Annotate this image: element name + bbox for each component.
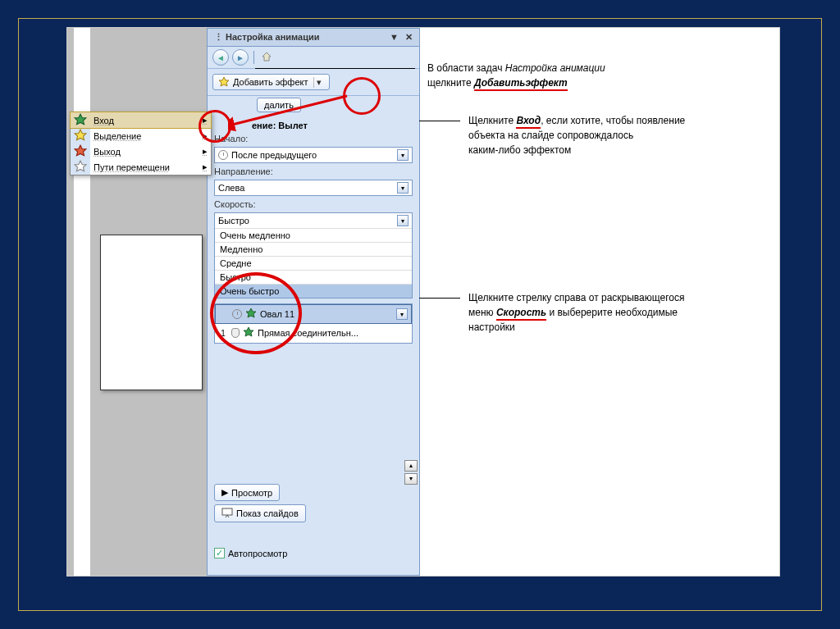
slide-frame: ⋮ Настройка анимации ▼ ✕ ◄ ►	[18, 18, 822, 611]
annot-text: Скорость	[496, 307, 546, 321]
annot-text: В области задач	[427, 62, 505, 74]
chevron-right-icon: ▸	[196, 115, 208, 125]
footer-buttons: ▶ Просмотр Показ слайдов	[214, 484, 414, 526]
menu-item-motion-paths[interactable]: Пути перемещени ▸	[71, 159, 211, 175]
speed-dropdown-open[interactable]: Быстро ▾ Очень медленно Медленно Средне …	[214, 212, 413, 299]
slideshow-icon	[221, 508, 233, 519]
chevron-down-icon[interactable]: ▾	[397, 149, 409, 161]
animation-task-pane: ⋮ Настройка анимации ▼ ✕ ◄ ►	[207, 28, 420, 576]
nav-forward-icon[interactable]: ►	[232, 49, 249, 66]
annot-text: Добавитьэффект	[474, 77, 568, 91]
effect-star-icon	[245, 308, 257, 321]
annot-text: , если хотите, чтобы появление	[541, 115, 685, 126]
star-icon	[218, 76, 230, 88]
chevron-down-icon[interactable]: ▾	[397, 182, 409, 194]
home-icon[interactable]	[259, 49, 274, 64]
annotation-3: Щелкните стрелку справа от раскрывающего…	[468, 290, 756, 335]
mouse-icon	[231, 328, 240, 338]
speed-option-selected[interactable]: Очень быстро	[215, 284, 412, 298]
autopreview-label: Автопросмотр	[228, 549, 287, 558]
clock-icon	[232, 309, 242, 319]
pane-title: Настройка анимации	[226, 32, 319, 42]
speed-label: Скорость:	[208, 198, 419, 211]
speed-option[interactable]: Медленно	[215, 242, 412, 256]
annot-text: объекта на слайде сопровождалось	[468, 130, 633, 141]
chevron-down-icon[interactable]: ▾	[313, 77, 324, 88]
svg-rect-3	[222, 508, 232, 515]
move-down-icon[interactable]: ▾	[404, 473, 418, 485]
svg-marker-2	[244, 327, 253, 336]
nav-row: ◄ ►	[208, 47, 419, 69]
annot-text: меню	[468, 307, 496, 318]
effect-row[interactable]: 1 Прямая соединительн...	[215, 324, 412, 343]
slideshow-button[interactable]: Показ слайдов	[214, 504, 306, 522]
svg-marker-0	[219, 77, 229, 86]
direction-label: Направление:	[208, 165, 419, 178]
chevron-down-icon[interactable]: ▾	[396, 308, 408, 320]
svg-marker-7	[75, 161, 86, 171]
move-up-icon[interactable]: ▴	[404, 460, 418, 472]
start-label: Начало:	[208, 132, 419, 145]
menu-item-label: Вход	[94, 116, 114, 125]
speed-current: Быстро	[218, 216, 249, 226]
menu-item-exit[interactable]: Выход ▸	[71, 144, 211, 159]
star-icon	[74, 113, 87, 128]
svg-marker-4	[75, 114, 86, 125]
slide-thumbnail[interactable]	[100, 235, 203, 390]
pane-close-icon[interactable]: ✕	[405, 32, 413, 43]
pane-header: ⋮ Настройка анимации ▼ ✕	[208, 29, 419, 47]
annotation-2: Щелкните Вход, если хотите, чтобы появле…	[468, 113, 739, 157]
star-icon	[74, 144, 87, 159]
annot-text: Щелкните	[468, 115, 516, 126]
speed-option[interactable]: Средне	[215, 256, 412, 270]
add-effect-label: Добавить эффект	[233, 77, 308, 87]
annot-text: Настройка анимации	[505, 62, 605, 74]
speed-option[interactable]: Очень медленно	[215, 228, 412, 242]
annotation-1: В области задач Настройка анимации щелкн…	[427, 61, 706, 90]
menu-item-label: Выход	[94, 147, 121, 157]
clock-icon	[218, 150, 228, 160]
delete-row: далить	[208, 96, 419, 116]
pane-menu-icon[interactable]: ▼	[390, 32, 399, 43]
slideshow-label: Показ слайдов	[236, 508, 299, 518]
menu-item-label: Выделение	[94, 131, 141, 141]
menu-item-emphasis[interactable]: Выделение ▸	[71, 128, 211, 144]
pane-toolbar: Добавить эффект ▾	[208, 69, 419, 96]
preview-button[interactable]: ▶ Просмотр	[214, 484, 280, 501]
nav-separator	[253, 51, 254, 64]
star-icon	[74, 129, 87, 144]
speed-option[interactable]: Быстро	[215, 270, 412, 284]
annot-text: Вход	[516, 115, 541, 129]
svg-marker-1	[246, 308, 256, 317]
menu-item-label: Пути перемещени	[94, 162, 170, 172]
effect-row-selected[interactable]: Овал 11 ▾	[215, 304, 412, 324]
play-icon: ▶	[221, 487, 228, 498]
annot-text: и выберерите необходимые	[546, 307, 678, 318]
screenshot-container: ⋮ Настройка анимации ▼ ✕ ◄ ►	[66, 27, 780, 577]
preview-label: Просмотр	[231, 488, 272, 498]
autopreview-checkbox[interactable]: ✓ Автопросмотр	[214, 548, 287, 558]
nav-back-icon[interactable]: ◄	[212, 49, 229, 66]
annot-text: Щелкните стрелку справа от раскрывающего…	[468, 292, 684, 303]
left-margin	[74, 28, 90, 576]
direction-dropdown[interactable]: Слева ▾	[214, 180, 413, 196]
change-label: ение: Вылет	[208, 116, 419, 132]
effect-star-icon	[243, 326, 254, 340]
star-icon	[74, 160, 87, 175]
effect-context-menu: Вход ▸ Выделение ▸ Выход ▸	[70, 112, 212, 175]
reorder-buttons: ▴ ▾	[404, 460, 418, 486]
start-dropdown[interactable]: После предыдущего ▾	[214, 147, 413, 163]
effect-list: Овал 11 ▾ 1 Прямая соединительн...	[214, 303, 413, 344]
menu-item-entrance[interactable]: Вход ▸	[70, 112, 212, 129]
chevron-right-icon: ▸	[196, 162, 208, 172]
annot-text: щелкните	[427, 77, 474, 89]
add-effect-button[interactable]: Добавить эффект ▾	[212, 74, 330, 90]
chevron-right-icon: ▸	[196, 146, 208, 157]
start-value: После предыдущего	[231, 150, 317, 160]
chevron-right-icon: ▸	[196, 130, 208, 141]
svg-marker-5	[75, 130, 86, 140]
annot-text: каким-либо эффектом	[468, 144, 571, 156]
delete-button[interactable]: далить	[257, 98, 301, 112]
chevron-down-icon[interactable]: ▾	[397, 215, 409, 226]
annot-text: настройки	[468, 321, 515, 333]
